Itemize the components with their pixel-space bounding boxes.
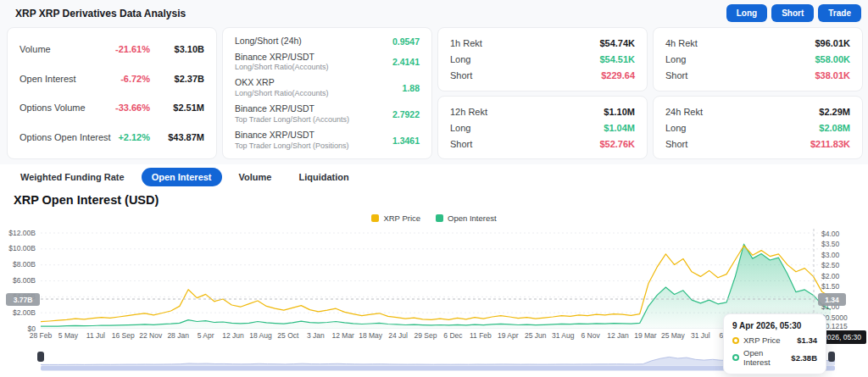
rekt-row: Short$211.83K (665, 139, 850, 149)
rekt-title: 12h Rekt (450, 107, 487, 117)
rekt-long-label: Long (665, 54, 686, 64)
rekt-total: $96.01K (815, 38, 850, 48)
market-stats-card: Volume -21.61% $3.10B Open Interest -6.7… (7, 27, 217, 159)
ratio-row: OKX XRPLong/Short Ratio(Accounts) 1.88 (235, 77, 420, 98)
ratio-label: Binance XRP/USDT (235, 52, 329, 64)
stat-row: Options Open Interest +2.12% $43.87M (19, 132, 204, 142)
header-actions: Long Short Trade (726, 4, 861, 22)
legend-label: Open Interest (448, 213, 497, 223)
open-interest-area (41, 244, 831, 329)
ratio-row: Binance XRP/USDTTop Trader Long/Short (A… (235, 103, 420, 125)
tooltip-label: Open Interest (743, 348, 791, 367)
short-button[interactable]: Short (771, 4, 814, 22)
stat-row: Options Volume -33.66% $2.51M (19, 103, 204, 113)
ratio-value: 2.4141 (392, 57, 420, 67)
brush-right-handle[interactable] (828, 352, 835, 362)
rekt-title: 4h Rekt (665, 38, 698, 48)
y-axis-right-label: $2.50 (821, 261, 839, 269)
page-title: XRP XRP Derivatives Data Analysis (15, 8, 186, 19)
stat-value: $3.10B (155, 44, 204, 54)
rekt-long-label: Long (450, 54, 470, 64)
rekt-row: Long$2.08M (665, 123, 850, 133)
rekt-row: Long$1.04M (450, 123, 635, 133)
rekt-long-value: $54.51K (599, 54, 635, 64)
y-axis-left-label: $10.00B (2, 244, 36, 252)
tab-open-interest[interactable]: Open Interest (142, 168, 222, 186)
tab-liquidation[interactable]: Liquidation (288, 168, 359, 186)
legend-item-open-interest[interactable]: Open Interest (436, 213, 497, 223)
y-axis-left-label: $8.00B (2, 260, 36, 269)
trade-button[interactable]: Trade (818, 4, 861, 22)
stat-change: -33.66% (115, 103, 150, 113)
brush-selection-bar[interactable] (41, 366, 835, 371)
long-button[interactable]: Long (726, 4, 767, 22)
rekt-short-value: $52.76K (599, 139, 635, 149)
brush-area (41, 348, 835, 365)
stat-value: $2.37B (155, 74, 204, 84)
tooltip-row: XRP Price $1.34 (732, 335, 817, 345)
y-axis-left-label: $2.00B (2, 308, 36, 317)
brush-minimap[interactable] (41, 345, 835, 371)
rekt-long-value: $58.00K (815, 54, 850, 64)
y-axis-right-label: $3.00 (821, 251, 839, 259)
rekt-long-value: $2.08M (819, 123, 850, 133)
crosshair-left-value-badge: 3.77B (6, 293, 40, 306)
chart-legend: XRP Price Open Interest (0, 213, 868, 223)
chart-plot[interactable] (41, 229, 831, 329)
stat-value: $43.87M (155, 132, 204, 142)
ratio-value: 0.9547 (392, 36, 420, 47)
rekt-short-label: Short (665, 139, 687, 149)
stat-row: Volume -21.61% $3.10B (19, 44, 204, 54)
rekt-short-label: Short (450, 70, 472, 80)
tooltip-row: Open Interest $2.38B (732, 348, 817, 367)
ratio-sublabel: Long/Short Ratio(Accounts) (235, 63, 329, 73)
rekt-total: $1.10M (604, 107, 635, 117)
stat-label: Volume (19, 44, 51, 54)
tab-weighted-funding-rate[interactable]: Weighted Funding Rate (10, 168, 135, 186)
ratio-row: Binance XRP/USDTTop Trader Long/Short (P… (235, 130, 420, 151)
rekt-total: $54.74K (599, 38, 635, 48)
ratio-row: Binance XRP/USDTLong/Short Ratio(Account… (235, 52, 420, 73)
xrp-derivatives-dashboard: XRP XRP Derivatives Data Analysis Long S… (0, 0, 868, 377)
y-axis-right-label: $3.50 (821, 240, 839, 248)
stat-label: Open Interest (19, 74, 76, 84)
tooltip-label: XRP Price (743, 335, 781, 345)
chart-section-title: XRP Open Interest (USD) (14, 193, 159, 207)
stat-change: -6.72% (120, 74, 150, 84)
crosshair-right-value-badge: 1.34 (818, 293, 846, 306)
rekt-card-1h: 1h Rekt$54.74K Long$54.51K Short$229.64 (437, 27, 648, 91)
stat-change: -21.61% (115, 44, 150, 54)
ratio-sublabel: Top Trader Long/Short (Positions) (235, 141, 349, 152)
chart-tabs: Weighted Funding Rate Open Interest Volu… (10, 168, 359, 186)
y-axis-right-label: $2.00 (821, 272, 839, 280)
ratio-value: 1.88 (403, 83, 420, 93)
rekt-card-12h: 12h Rekt$1.10M Long$1.04M Short$52.76K (437, 96, 648, 159)
y-axis-right-label: $1.50 (821, 282, 839, 291)
ratio-label: Binance XRP/USDT (235, 103, 349, 115)
open-interest-dot-icon (732, 354, 739, 361)
stat-value: $2.51M (155, 103, 204, 113)
y-axis-left-label: $12.00B (2, 229, 36, 237)
brush-left-handle[interactable] (37, 352, 44, 362)
ratio-label: Binance XRP/USDT (235, 130, 349, 141)
rekt-row: 12h Rekt$1.10M (450, 107, 635, 117)
ratio-label: Long/Short (24h) (235, 36, 302, 47)
long-short-ratios-card: Long/Short (24h) 0.9547 Binance XRP/USDT… (222, 27, 432, 159)
rekt-short-value: $229.64 (601, 70, 635, 80)
ratio-sublabel: Top Trader Long/Short (Accounts) (235, 115, 349, 125)
ratio-sublabel: Long/Short Ratio(Accounts) (235, 89, 329, 99)
rekt-row: 4h Rekt$96.01K (665, 38, 850, 48)
ratio-value: 2.7922 (392, 109, 420, 119)
rekt-card-4h: 4h Rekt$96.01K Long$58.00K Short$38.01K (653, 27, 863, 91)
rekt-long-label: Long (450, 123, 470, 133)
legend-item-xrp-price[interactable]: XRP Price (371, 213, 420, 223)
tooltip-value: $1.34 (797, 335, 817, 345)
tooltip-date: 9 Apr 2026, 05:30 (732, 321, 817, 330)
chart-tooltip: 9 Apr 2026, 05:30 XRP Price $1.34 Open I… (723, 313, 826, 374)
tab-volume[interactable]: Volume (229, 168, 282, 186)
rekt-short-value: $211.83K (810, 139, 850, 149)
stat-change: +2.12% (118, 132, 150, 142)
rekt-short-label: Short (665, 70, 687, 80)
rekt-row: 24h Rekt$2.29M (665, 107, 850, 117)
stat-label: Options Volume (19, 103, 86, 113)
